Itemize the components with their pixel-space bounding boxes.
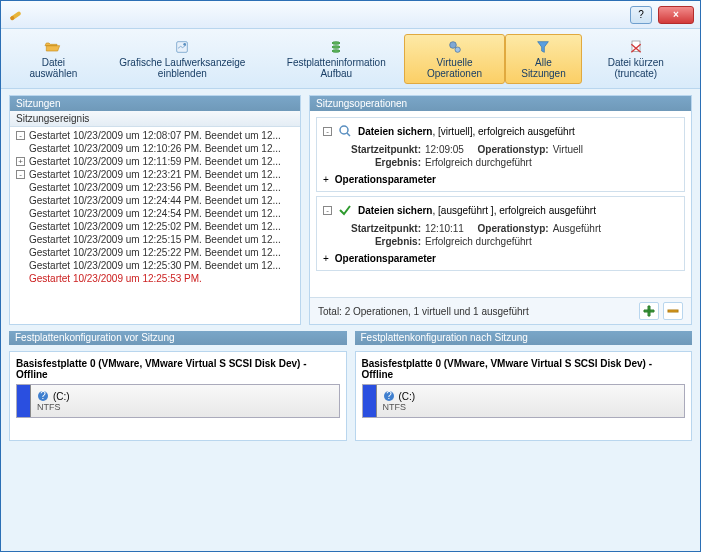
app-icon — [7, 7, 23, 23]
session-text: Gestartet 10/23/2009 um 12:25:30 PM. Bee… — [29, 260, 281, 271]
select-file-button[interactable]: Datei auswählen — [11, 34, 96, 84]
plus-icon — [642, 304, 656, 318]
disk-before-volume[interactable]: ?(C:) NTFS — [16, 384, 340, 418]
app-window: ? × Datei auswählen Grafische Laufwerksa… — [0, 0, 701, 552]
virtual-ops-label: Virtuelle Operationen — [415, 57, 495, 79]
svg-point-6 — [332, 49, 340, 52]
session-item[interactable]: Gestartet 10/23/2009 um 12:24:54 PM. Bee… — [12, 207, 298, 220]
op-params-toggle[interactable]: + — [323, 174, 329, 185]
disk-after-panel: Basisfestplatte 0 (VMware, VMware Virtua… — [355, 351, 693, 441]
op-params-row[interactable]: +Operationsparameter — [323, 253, 678, 264]
operations-panel: Sitzungsoperationen -Dateien sichern, [v… — [309, 95, 692, 325]
tree-toggle[interactable]: - — [16, 131, 25, 140]
tree-toggle — [16, 196, 25, 205]
close-button[interactable]: × — [658, 6, 694, 24]
session-item[interactable]: Gestartet 10/23/2009 um 12:25:15 PM. Bee… — [12, 233, 298, 246]
start-label: Startzeitpunkt: — [341, 223, 421, 234]
sessions-panel: Sitzungen Sitzungsereignis -Gestartet 10… — [9, 95, 301, 325]
op-collapse-toggle[interactable]: - — [323, 206, 332, 215]
op-params-label: Operationsparameter — [335, 174, 436, 185]
session-item[interactable]: Gestartet 10/23/2009 um 12:24:44 PM. Bee… — [12, 194, 298, 207]
session-item[interactable]: Gestartet 10/23/2009 um 12:23:56 PM. Bee… — [12, 181, 298, 194]
help-button[interactable]: ? — [630, 6, 652, 24]
help-blue-icon: ? — [383, 390, 395, 402]
check-icon — [338, 203, 352, 217]
sessions-list[interactable]: -Gestartet 10/23/2009 um 12:08:07 PM. Be… — [10, 127, 300, 324]
remove-operation-button[interactable] — [663, 302, 683, 320]
volume-label: (C:) — [399, 391, 416, 402]
start-label: Startzeitpunkt: — [341, 144, 421, 155]
truncate-button[interactable]: Datei kürzen (truncate) — [582, 34, 690, 84]
operation-title: Dateien sichern, [virtuell], erfolgreich… — [358, 126, 575, 137]
svg-line-11 — [347, 133, 350, 136]
volume-fs: NTFS — [37, 402, 70, 412]
svg-point-4 — [332, 41, 340, 44]
session-item[interactable]: -Gestartet 10/23/2009 um 12:23:21 PM. Be… — [12, 168, 298, 181]
sessions-column-header[interactable]: Sitzungsereignis — [10, 111, 300, 127]
volume-color-bar — [363, 385, 377, 417]
operation-box: -Dateien sichern, [virtuell], erfolgreic… — [316, 117, 685, 192]
session-item[interactable]: -Gestartet 10/23/2009 um 12:08:07 PM. Be… — [12, 129, 298, 142]
sessions-title: Sitzungen — [10, 96, 300, 111]
session-text: Gestartet 10/23/2009 um 12:08:07 PM. Bee… — [29, 130, 281, 141]
session-item[interactable]: Gestartet 10/23/2009 um 12:25:30 PM. Bee… — [12, 259, 298, 272]
disk-after-volume[interactable]: ?(C:) NTFS — [362, 384, 686, 418]
all-sessions-button[interactable]: Alle Sitzungen — [505, 34, 581, 84]
disk-info-button[interactable]: Festplatteninformation Aufbau — [269, 34, 404, 84]
session-text: Gestartet 10/23/2009 um 12:23:56 PM. Bee… — [29, 182, 281, 193]
disk-after-title: Basisfestplatte 0 (VMware, VMware Virtua… — [362, 358, 686, 380]
tree-toggle[interactable]: + — [16, 157, 25, 166]
disk-before-title: Basisfestplatte 0 (VMware, VMware Virtua… — [16, 358, 340, 380]
session-item[interactable]: Gestartet 10/23/2009 um 12:25:53 PM. — [12, 272, 298, 285]
session-item[interactable]: Gestartet 10/23/2009 um 12:25:02 PM. Bee… — [12, 220, 298, 233]
session-text: Gestartet 10/23/2009 um 12:10:26 PM. Bee… — [29, 143, 281, 154]
session-text: Gestartet 10/23/2009 um 12:25:15 PM. Bee… — [29, 234, 281, 245]
gears-icon — [443, 39, 467, 55]
start-value: 12:09:05 — [425, 144, 464, 155]
tree-toggle — [16, 274, 25, 283]
svg-point-5 — [332, 45, 340, 48]
type-value: Ausgeführt — [553, 223, 601, 234]
result-label: Ergebnis: — [341, 157, 421, 168]
operation-header[interactable]: -Dateien sichern, [ausgeführt ], erfolgr… — [323, 203, 678, 217]
session-item[interactable]: Gestartet 10/23/2009 um 12:25:22 PM. Bee… — [12, 246, 298, 259]
tree-toggle[interactable]: - — [16, 170, 25, 179]
truncate-icon — [624, 39, 648, 55]
show-drive-display-button[interactable]: Grafische Laufwerksanzeige einblenden — [96, 34, 269, 84]
operations-list: -Dateien sichern, [virtuell], erfolgreic… — [310, 111, 691, 297]
type-value: Virtuell — [553, 144, 583, 155]
tree-toggle — [16, 235, 25, 244]
start-value: 12:10:11 — [425, 223, 464, 234]
virtual-ops-button[interactable]: Virtuelle Operationen — [404, 34, 506, 84]
result-label: Ergebnis: — [341, 236, 421, 247]
op-collapse-toggle[interactable]: - — [323, 127, 332, 136]
operations-total-bar: Total: 2 Operationen, 1 virtuell und 1 a… — [310, 297, 691, 324]
add-operation-button[interactable] — [639, 302, 659, 320]
session-text: Gestartet 10/23/2009 um 12:25:02 PM. Bee… — [29, 221, 281, 232]
operation-title: Dateien sichern, [ausgeführt ], erfolgre… — [358, 205, 596, 216]
op-params-row[interactable]: +Operationsparameter — [323, 174, 678, 185]
type-label: Operationstyp: — [478, 223, 549, 234]
disk-after-header: Festplattenkonfiguration nach Sitzung — [355, 331, 693, 345]
session-text: Gestartet 10/23/2009 um 12:24:44 PM. Bee… — [29, 195, 281, 206]
help-blue-icon: ? — [37, 390, 49, 402]
type-label: Operationstyp: — [478, 144, 549, 155]
minus-icon — [666, 304, 680, 318]
session-item[interactable]: +Gestartet 10/23/2009 um 12:11:59 PM. Be… — [12, 155, 298, 168]
operations-total-text: Total: 2 Operationen, 1 virtuell und 1 a… — [318, 306, 529, 317]
svg-point-7 — [449, 41, 456, 48]
session-text: Gestartet 10/23/2009 um 12:11:59 PM. Bee… — [29, 156, 281, 167]
session-text: Gestartet 10/23/2009 um 12:23:21 PM. Bee… — [29, 169, 281, 180]
op-params-toggle[interactable]: + — [323, 253, 329, 264]
session-item[interactable]: Gestartet 10/23/2009 um 12:10:26 PM. Bee… — [12, 142, 298, 155]
toolbar: Datei auswählen Grafische Laufwerksanzei… — [1, 29, 700, 89]
truncate-label: Datei kürzen (truncate) — [593, 57, 679, 79]
session-text: Gestartet 10/23/2009 um 12:25:22 PM. Bee… — [29, 247, 281, 258]
volume-fs: NTFS — [383, 402, 416, 412]
tree-toggle — [16, 183, 25, 192]
svg-point-10 — [340, 126, 348, 134]
operations-title: Sitzungsoperationen — [310, 96, 691, 111]
op-params-label: Operationsparameter — [335, 253, 436, 264]
shield-search-icon — [338, 124, 352, 138]
operation-header[interactable]: -Dateien sichern, [virtuell], erfolgreic… — [323, 124, 678, 138]
